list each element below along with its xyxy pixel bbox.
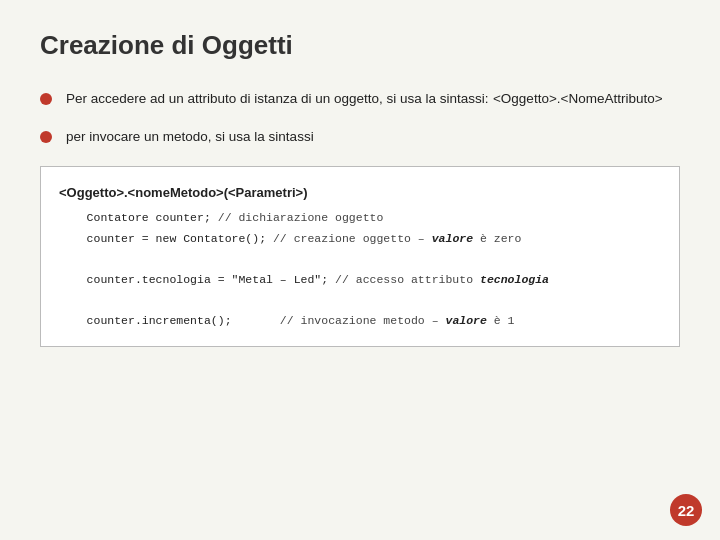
code-line-4: counter.incrementa(); // invocazione met… [59, 311, 661, 332]
code-comment-2b: è zero [473, 232, 521, 245]
code-comment-1: // dichiarazione oggetto [211, 211, 384, 224]
slide: Creazione di Oggetti Per accedere ad un … [0, 0, 720, 540]
bullet-icon-1 [40, 91, 56, 107]
code-text-4: counter.incrementa(); [59, 314, 280, 327]
code-text-3: counter.tecnologia = "Metal – Led"; [59, 273, 335, 286]
bullet-icon-2 [40, 129, 56, 145]
code-text-2: counter = new Contatore(); [59, 232, 273, 245]
bullet-text-1: Per accedere ad un attributo di istanza … [66, 91, 489, 106]
bullet-content-1: Per accedere ad un attributo di istanza … [66, 89, 663, 109]
code-line-empty2 [59, 291, 661, 312]
code-comment-3a: // accesso attributo [335, 273, 480, 286]
code-line-2: counter = new Contatore(); // creazione … [59, 229, 661, 250]
page-number: 22 [670, 494, 702, 526]
bullet-content-2: per invocare un metodo, si usa la sintas… [66, 127, 314, 147]
bullet-syntax-1: <Oggetto>.<NomeAttributo> [493, 91, 663, 106]
code-comment-4a: // invocazione metodo – [280, 314, 446, 327]
code-bold-2: valore [432, 232, 473, 245]
code-bold-4: valore [445, 314, 486, 327]
code-block: <Oggetto>.<nomeMetodo>(<Parametri>) Cont… [40, 166, 680, 348]
slide-title: Creazione di Oggetti [40, 30, 680, 61]
code-line-3: counter.tecnologia = "Metal – Led"; // a… [59, 270, 661, 291]
bullet-text-2: per invocare un metodo, si usa la sintas… [66, 129, 314, 144]
code-line-empty1 [59, 249, 661, 270]
bullet-item-1: Per accedere ad un attributo di istanza … [40, 89, 680, 109]
code-text-1: Contatore counter; [59, 211, 211, 224]
code-label: <Oggetto>.<nomeMetodo>(<Parametri>) [59, 181, 661, 204]
bullet-item-2: per invocare un metodo, si usa la sintas… [40, 127, 680, 147]
code-comment-2a: // creazione oggetto – [273, 232, 432, 245]
code-comment-4b: è 1 [487, 314, 515, 327]
code-line-1: Contatore counter; // dichiarazione ogge… [59, 208, 661, 229]
code-bold-3: tecnologia [480, 273, 549, 286]
